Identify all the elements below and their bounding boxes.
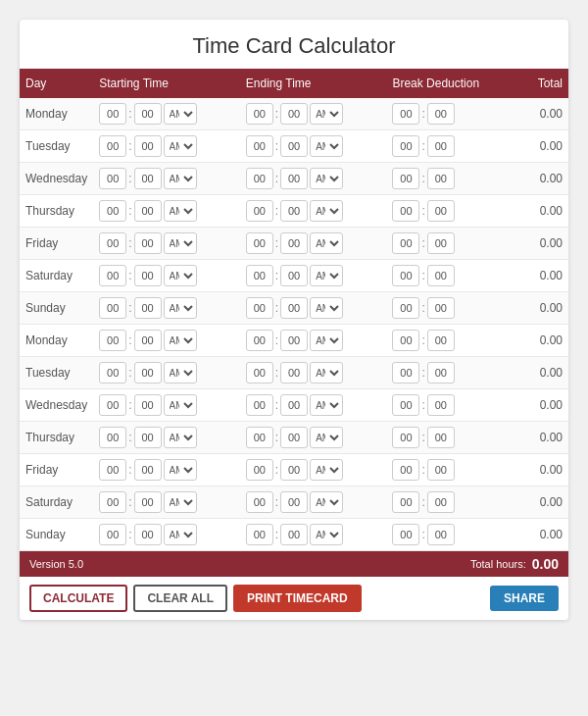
- start-ampm-select[interactable]: AMPM: [164, 200, 197, 222]
- break-hour-input[interactable]: [392, 168, 419, 189]
- start-min-input[interactable]: [134, 330, 162, 351]
- end-min-input[interactable]: [280, 103, 308, 125]
- break-hour-input[interactable]: [392, 459, 419, 481]
- end-min-input[interactable]: [280, 491, 308, 513]
- break-hour-input[interactable]: [392, 427, 419, 448]
- start-min-input[interactable]: [134, 362, 162, 384]
- break-hour-input[interactable]: [392, 135, 419, 157]
- end-hour-input[interactable]: [246, 265, 273, 286]
- start-hour-input[interactable]: [99, 103, 126, 125]
- end-hour-input[interactable]: [246, 459, 273, 481]
- start-hour-input[interactable]: [99, 297, 126, 319]
- end-hour-input[interactable]: [246, 330, 273, 351]
- start-ampm-select[interactable]: AMPM: [164, 135, 197, 157]
- end-hour-input[interactable]: [246, 394, 273, 416]
- end-min-input[interactable]: [280, 427, 308, 448]
- start-min-input[interactable]: [134, 232, 162, 254]
- start-ampm-select[interactable]: AMPM: [164, 362, 197, 384]
- start-ampm-select[interactable]: AMPM: [164, 265, 197, 286]
- end-min-input[interactable]: [280, 297, 308, 319]
- end-ampm-select[interactable]: AMPM: [310, 103, 343, 125]
- break-hour-input[interactable]: [392, 103, 419, 125]
- start-ampm-select[interactable]: AMPM: [164, 491, 197, 513]
- end-ampm-select[interactable]: AMPM: [310, 200, 343, 222]
- break-min-input[interactable]: [427, 362, 455, 384]
- start-min-input[interactable]: [134, 524, 162, 545]
- calculate-button[interactable]: CALCULATE: [29, 585, 127, 612]
- break-min-input[interactable]: [427, 427, 455, 448]
- break-hour-input[interactable]: [392, 524, 419, 545]
- start-hour-input[interactable]: [99, 265, 126, 286]
- start-hour-input[interactable]: [99, 200, 126, 222]
- break-min-input[interactable]: [427, 491, 455, 513]
- start-hour-input[interactable]: [99, 491, 126, 513]
- start-min-input[interactable]: [134, 459, 162, 481]
- start-ampm-select[interactable]: AMPM: [164, 168, 197, 189]
- end-hour-input[interactable]: [246, 232, 273, 254]
- end-min-input[interactable]: [280, 459, 308, 481]
- end-ampm-select[interactable]: AMPM: [310, 459, 343, 481]
- start-min-input[interactable]: [134, 168, 162, 189]
- start-hour-input[interactable]: [99, 459, 126, 481]
- start-min-input[interactable]: [134, 103, 162, 125]
- clear-all-button[interactable]: CLEAR ALL: [133, 585, 227, 612]
- end-hour-input[interactable]: [246, 491, 273, 513]
- end-hour-input[interactable]: [246, 427, 273, 448]
- start-min-input[interactable]: [134, 297, 162, 319]
- start-ampm-select[interactable]: AMPM: [164, 524, 197, 545]
- end-ampm-select[interactable]: AMPM: [310, 232, 343, 254]
- break-hour-input[interactable]: [392, 200, 419, 222]
- start-ampm-select[interactable]: AMPM: [164, 103, 197, 125]
- break-hour-input[interactable]: [392, 265, 419, 286]
- end-ampm-select[interactable]: AMPM: [310, 491, 343, 513]
- start-hour-input[interactable]: [99, 427, 126, 448]
- end-hour-input[interactable]: [246, 524, 273, 545]
- start-ampm-select[interactable]: AMPM: [164, 459, 197, 481]
- break-hour-input[interactable]: [392, 491, 419, 513]
- end-min-input[interactable]: [280, 394, 308, 416]
- end-hour-input[interactable]: [246, 168, 273, 189]
- start-hour-input[interactable]: [99, 232, 126, 254]
- break-min-input[interactable]: [427, 232, 455, 254]
- start-hour-input[interactable]: [99, 330, 126, 351]
- break-hour-input[interactable]: [392, 297, 419, 319]
- break-min-input[interactable]: [427, 297, 455, 319]
- end-min-input[interactable]: [280, 135, 308, 157]
- end-min-input[interactable]: [280, 524, 308, 545]
- break-hour-input[interactable]: [392, 362, 419, 384]
- break-min-input[interactable]: [427, 200, 455, 222]
- break-min-input[interactable]: [427, 265, 455, 286]
- start-ampm-select[interactable]: AMPM: [164, 297, 197, 319]
- start-ampm-select[interactable]: AMPM: [164, 232, 197, 254]
- end-ampm-select[interactable]: AMPM: [310, 330, 343, 351]
- end-min-input[interactable]: [280, 200, 308, 222]
- break-min-input[interactable]: [427, 168, 455, 189]
- start-ampm-select[interactable]: AMPM: [164, 330, 197, 351]
- start-hour-input[interactable]: [99, 394, 126, 416]
- start-min-input[interactable]: [134, 394, 162, 416]
- end-hour-input[interactable]: [246, 200, 273, 222]
- break-hour-input[interactable]: [392, 232, 419, 254]
- break-min-input[interactable]: [427, 135, 455, 157]
- break-hour-input[interactable]: [392, 330, 419, 351]
- start-hour-input[interactable]: [99, 524, 126, 545]
- start-ampm-select[interactable]: AMPM: [164, 427, 197, 448]
- end-ampm-select[interactable]: AMPM: [310, 362, 343, 384]
- start-hour-input[interactable]: [99, 168, 126, 189]
- start-hour-input[interactable]: [99, 362, 126, 384]
- break-min-input[interactable]: [427, 103, 455, 125]
- break-min-input[interactable]: [427, 459, 455, 481]
- share-button[interactable]: SHARE: [490, 586, 559, 611]
- end-min-input[interactable]: [280, 265, 308, 286]
- end-ampm-select[interactable]: AMPM: [310, 427, 343, 448]
- end-hour-input[interactable]: [246, 362, 273, 384]
- end-min-input[interactable]: [280, 232, 308, 254]
- start-ampm-select[interactable]: AMPM: [164, 394, 197, 416]
- break-min-input[interactable]: [427, 524, 455, 545]
- end-ampm-select[interactable]: AMPM: [310, 168, 343, 189]
- break-min-input[interactable]: [427, 330, 455, 351]
- start-min-input[interactable]: [134, 491, 162, 513]
- end-ampm-select[interactable]: AMPM: [310, 135, 343, 157]
- print-timecard-button[interactable]: PRINT TIMECARD: [233, 585, 362, 612]
- start-min-input[interactable]: [134, 200, 162, 222]
